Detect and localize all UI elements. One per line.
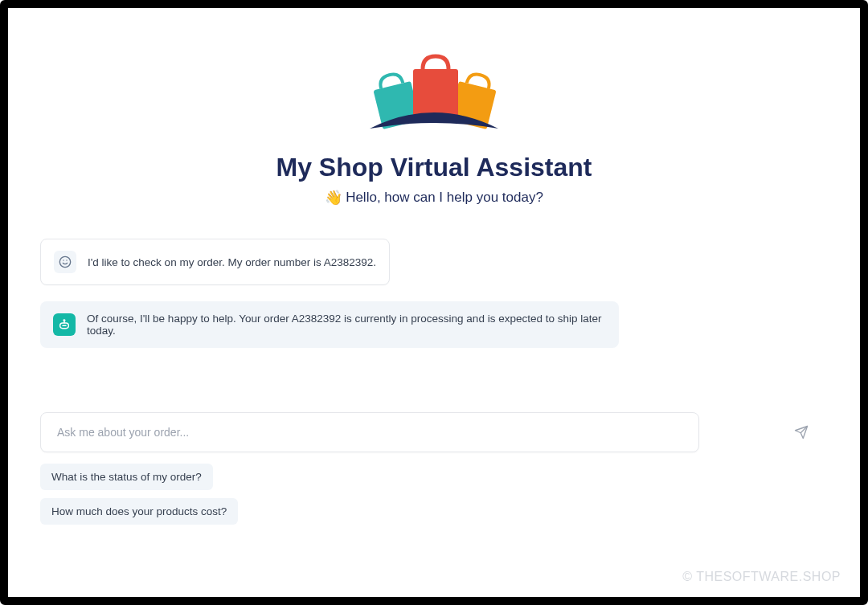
subtitle-text: Hello, how can I help you today? [346,190,543,206]
bot-icon [58,318,71,331]
svg-point-9 [63,320,65,321]
input-wrapper [40,412,828,452]
message-text: Of course, I'll be happy to help. Your o… [87,313,606,337]
message-text: I'd like to check on my order. My order … [88,256,376,268]
assistant-avatar [53,313,76,336]
page-title: My Shop Virtual Assistant [276,153,592,182]
suggestion-chip[interactable]: How much does your products cost? [40,498,238,525]
svg-rect-2 [413,69,458,119]
smiley-icon [59,255,72,268]
header: My Shop Virtual Assistant 👋 Hello, how c… [40,48,828,206]
watermark: © THESOFTWARE.SHOP [682,570,841,584]
chat-input[interactable] [40,412,699,452]
send-button[interactable] [791,422,812,443]
user-avatar [54,251,76,273]
shop-logo [354,48,514,145]
suggestion-list: What is the status of my order? How much… [40,464,828,525]
wave-emoji-icon: 👋 [325,189,342,206]
send-icon [794,425,809,439]
user-message: I'd like to check on my order. My order … [40,239,390,285]
page-subtitle: 👋 Hello, how can I help you today? [325,189,543,206]
message-list: I'd like to check on my order. My order … [40,239,828,348]
suggestion-chip[interactable]: What is the status of my order? [40,464,213,490]
assistant-message: Of course, I'll be happy to help. Your o… [40,301,619,348]
svg-point-3 [59,256,70,267]
input-section: What is the status of my order? How much… [40,412,828,525]
